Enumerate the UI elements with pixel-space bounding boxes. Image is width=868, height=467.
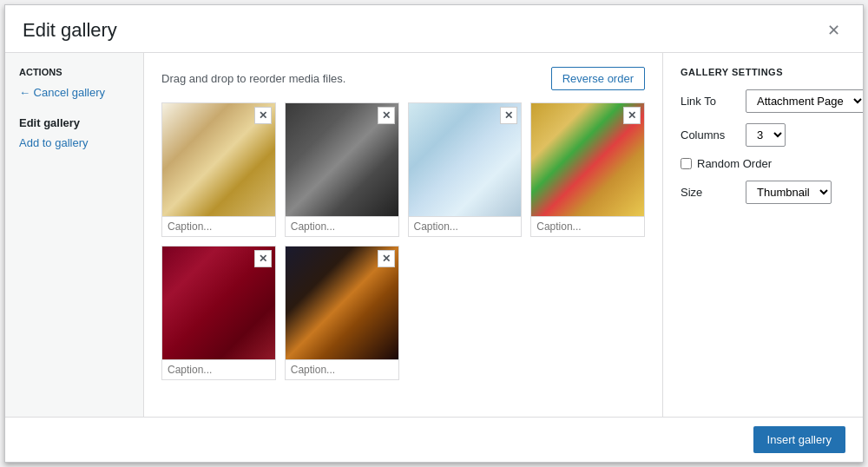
remove-button-4[interactable]: ✕ [623,107,641,124]
edit-gallery-subtitle: Edit gallery [19,116,129,129]
remove-button-2[interactable]: ✕ [378,107,395,124]
modal-footer: Insert gallery [5,417,863,462]
columns-label: Columns [681,128,746,141]
remove-button-5[interactable]: ✕ [254,250,272,267]
settings-title: GALLERY SETTINGS [681,67,845,77]
actions-title: Actions [19,67,129,77]
caption-input-1[interactable] [162,216,275,236]
caption-input-3[interactable] [409,216,522,236]
cancel-gallery-link[interactable]: ← Cancel gallery [19,86,129,99]
add-to-gallery-link[interactable]: Add to gallery [19,136,129,149]
size-select[interactable]: Thumbnail Medium Large Full Size [746,181,832,204]
remove-button-6[interactable]: ✕ [378,250,395,267]
sidebar: Actions ← Cancel gallery Edit gallery Ad… [5,53,144,417]
close-button[interactable]: ✕ [822,19,845,42]
size-row: Size Thumbnail Medium Large Full Size [681,181,845,204]
modal-body: Actions ← Cancel gallery Edit gallery Ad… [5,53,863,417]
random-order-label[interactable]: Random Order [697,157,772,170]
columns-select[interactable]: 1 2 3 4 5 6 7 8 9 [746,123,786,147]
edit-gallery-modal: Edit gallery ✕ Actions ← Cancel gallery … [4,4,864,463]
modal-title: Edit gallery [23,19,117,42]
caption-input-2[interactable] [286,216,398,236]
random-order-checkbox[interactable] [681,158,692,169]
remove-button-1[interactable]: ✕ [254,107,272,124]
insert-gallery-button[interactable]: Insert gallery [753,426,845,453]
link-to-select[interactable]: Attachment Page Media File None Custom U… [746,89,863,113]
gallery-item: ✕ [285,102,399,237]
toolbar: Drag and drop to reorder media files. Re… [161,67,645,90]
settings-panel: GALLERY SETTINGS Link To Attachment Page… [663,53,863,417]
main-content: Drag and drop to reorder media files. Re… [144,53,663,417]
gallery-item: ✕ [285,246,399,380]
remove-button-3[interactable]: ✕ [500,107,517,124]
gallery-item: ✕ [408,102,523,237]
columns-row: Columns 1 2 3 4 5 6 7 8 9 [681,123,845,147]
gallery-item: ✕ [161,102,276,237]
size-label: Size [681,186,746,199]
modal-header: Edit gallery ✕ [5,5,863,53]
link-to-label: Link To [681,95,746,108]
gallery-grid-row1: ✕ ✕ ✕ ✕ [161,102,645,237]
drag-hint: Drag and drop to reorder media files. [161,72,345,85]
caption-input-4[interactable] [531,216,644,236]
gallery-item: ✕ [530,102,645,237]
link-to-row: Link To Attachment Page Media File None … [681,89,845,113]
random-order-row: Random Order [681,157,845,170]
gallery-item: ✕ [161,246,276,380]
reverse-order-button[interactable]: Reverse order [551,67,645,90]
gallery-grid-row2: ✕ ✕ [161,246,645,380]
caption-input-6[interactable] [286,359,398,379]
caption-input-5[interactable] [162,359,275,379]
